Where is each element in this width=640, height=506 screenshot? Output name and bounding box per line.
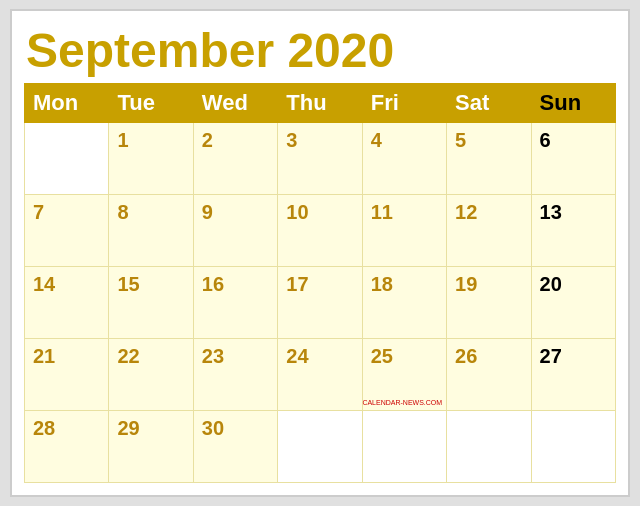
calendar-cell: 19 <box>447 267 531 339</box>
header-thu: Thu <box>278 84 362 123</box>
calendar-cell: 22 <box>109 339 193 411</box>
calendar-cell: 17 <box>278 267 362 339</box>
calendar-cell: 1 <box>109 123 193 195</box>
calendar-cell: 9 <box>193 195 277 267</box>
calendar-cell <box>447 411 531 483</box>
header-mon: Mon <box>25 84 109 123</box>
table-row: 2122232425CALENDAR-NEWS.COM2627 <box>25 339 616 411</box>
calendar-cell: 11 <box>362 195 446 267</box>
calendar-cell <box>531 411 615 483</box>
header-tue: Tue <box>109 84 193 123</box>
calendar-cell: 23 <box>193 339 277 411</box>
calendar-cell: 28 <box>25 411 109 483</box>
calendar-cell: 30 <box>193 411 277 483</box>
header-row: Mon Tue Wed Thu Fri Sat Sun <box>25 84 616 123</box>
calendar-cell: 10 <box>278 195 362 267</box>
calendar-cell: 6 <box>531 123 615 195</box>
table-row: 78910111213 <box>25 195 616 267</box>
calendar-cell: 3 <box>278 123 362 195</box>
calendar-cell: 4 <box>362 123 446 195</box>
header-sat: Sat <box>447 84 531 123</box>
calendar-container: September 2020 Mon Tue Wed Thu Fri Sat S… <box>10 9 630 498</box>
calendar-cell: 7 <box>25 195 109 267</box>
header-sun: Sun <box>531 84 615 123</box>
calendar-cell: 15 <box>109 267 193 339</box>
calendar-cell: 24 <box>278 339 362 411</box>
calendar-cell: 26 <box>447 339 531 411</box>
calendar-cell: 20 <box>531 267 615 339</box>
calendar-cell: 16 <box>193 267 277 339</box>
calendar-cell: 18 <box>362 267 446 339</box>
table-row: 14151617181920 <box>25 267 616 339</box>
calendar-cell: 29 <box>109 411 193 483</box>
calendar-cell: 25CALENDAR-NEWS.COM <box>362 339 446 411</box>
table-row: 282930 <box>25 411 616 483</box>
header-fri: Fri <box>362 84 446 123</box>
calendar-cell <box>25 123 109 195</box>
calendar-title: September 2020 <box>24 21 616 84</box>
watermark: CALENDAR-NEWS.COM <box>362 399 442 406</box>
header-wed: Wed <box>193 84 277 123</box>
calendar-cell: 27 <box>531 339 615 411</box>
calendar-cell: 21 <box>25 339 109 411</box>
calendar-table: Mon Tue Wed Thu Fri Sat Sun 123456789101… <box>24 83 616 483</box>
table-row: 123456 <box>25 123 616 195</box>
calendar-cell: 12 <box>447 195 531 267</box>
calendar-cell: 14 <box>25 267 109 339</box>
calendar-cell <box>278 411 362 483</box>
calendar-cell <box>362 411 446 483</box>
calendar-cell: 5 <box>447 123 531 195</box>
calendar-cell: 2 <box>193 123 277 195</box>
calendar-cell: 13 <box>531 195 615 267</box>
calendar-cell: 8 <box>109 195 193 267</box>
